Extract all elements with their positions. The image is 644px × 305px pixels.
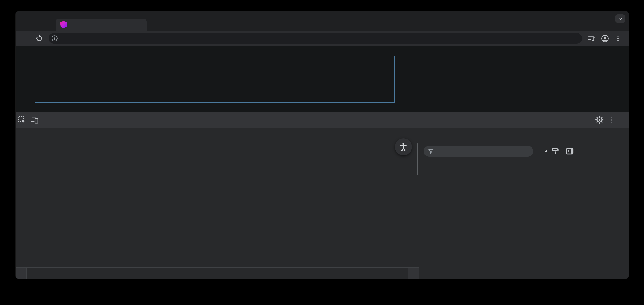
toolbar-divider bbox=[591, 115, 591, 125]
devtools-menu-button[interactable] bbox=[606, 117, 618, 123]
tab-strip bbox=[16, 11, 629, 31]
example-box bbox=[35, 56, 395, 103]
tab-search-chevron-button[interactable] bbox=[615, 14, 625, 23]
styles-sidebar-tabs bbox=[419, 128, 629, 143]
devtools-toolbar bbox=[16, 112, 629, 128]
paint-roller-icon bbox=[552, 147, 559, 155]
browser-tab[interactable] bbox=[56, 19, 147, 31]
elements-scrollbar-thumb[interactable] bbox=[417, 143, 418, 175]
styles-filter-pill[interactable] bbox=[424, 146, 533, 157]
toggle-sidebar-button[interactable] bbox=[565, 146, 575, 156]
address-bar[interactable] bbox=[49, 33, 582, 44]
more-panels-button[interactable] bbox=[43, 112, 51, 128]
kebab-menu-icon bbox=[617, 36, 619, 41]
tab-close-icon[interactable] bbox=[139, 24, 143, 25]
page-viewport bbox=[16, 46, 629, 112]
device-toolbar-button[interactable] bbox=[28, 112, 41, 128]
toolbar-divider bbox=[42, 115, 42, 124]
devtools-settings-button[interactable] bbox=[593, 116, 606, 124]
close-window-button[interactable] bbox=[25, 20, 30, 25]
breadcrumb-items bbox=[27, 268, 30, 279]
dom-breadcrumb bbox=[16, 267, 419, 279]
filter-funnel-icon bbox=[428, 148, 434, 154]
media-controls-button[interactable] bbox=[586, 33, 597, 44]
rendering-emulations-button[interactable] bbox=[550, 146, 561, 156]
sidebar-toggle-icon bbox=[566, 147, 574, 155]
media-playlist-icon bbox=[588, 34, 596, 42]
breadcrumb-scroll-right-button[interactable] bbox=[408, 268, 419, 279]
zoom-window-button[interactable] bbox=[44, 20, 49, 25]
more-sidebar-tabs-button[interactable] bbox=[423, 128, 429, 143]
browser-menu-button[interactable] bbox=[613, 33, 623, 44]
avatar-icon bbox=[601, 34, 609, 43]
inspect-element-button[interactable] bbox=[16, 112, 28, 128]
reload-icon bbox=[35, 35, 43, 42]
reload-button[interactable] bbox=[35, 35, 43, 42]
browser-window bbox=[16, 11, 629, 279]
corner-triangle-icon bbox=[545, 150, 547, 152]
profile-avatar-button[interactable] bbox=[600, 33, 610, 44]
elements-panel bbox=[16, 128, 419, 279]
inspect-cursor-icon bbox=[18, 116, 26, 124]
device-toolbar-icon bbox=[30, 116, 39, 124]
css-rules-list bbox=[419, 159, 629, 279]
kebab-menu-icon bbox=[611, 117, 612, 123]
devtools bbox=[16, 112, 629, 279]
breadcrumb-scroll-left-button[interactable] bbox=[16, 268, 27, 279]
styles-sidebar bbox=[419, 128, 629, 279]
dom-tree bbox=[16, 128, 419, 267]
styles-filter-input[interactable] bbox=[436, 148, 529, 155]
gear-icon bbox=[595, 116, 604, 124]
site-info-icon[interactable] bbox=[51, 35, 58, 42]
accessibility-overlay-button[interactable] bbox=[395, 138, 412, 155]
chevron-down-icon bbox=[618, 16, 622, 20]
accessibility-person-icon bbox=[398, 142, 408, 152]
browser-toolbar bbox=[16, 31, 629, 46]
minimize-window-button[interactable] bbox=[34, 20, 40, 25]
window-controls bbox=[25, 20, 49, 25]
angular-favicon-icon bbox=[60, 21, 67, 28]
styles-filter-bar bbox=[419, 143, 629, 159]
